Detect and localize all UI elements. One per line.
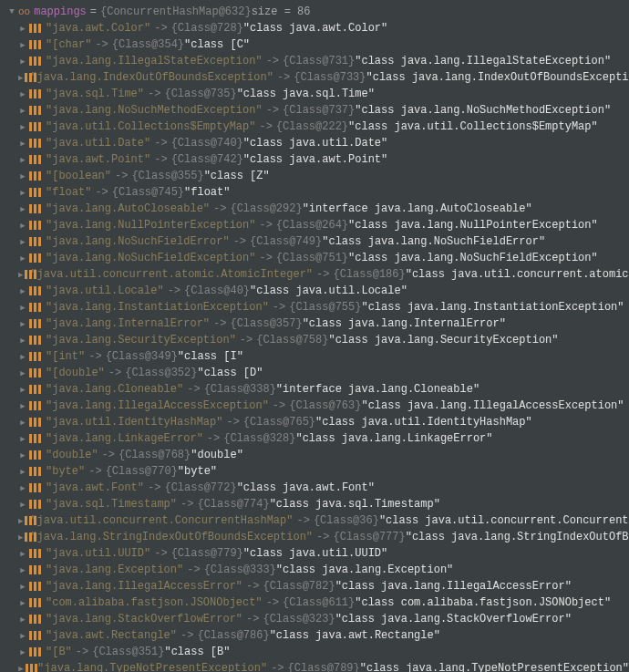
map-entry-row[interactable]: ▶"java.lang.IndexOutOfBoundsException" -…	[0, 69, 629, 86]
expand-right-icon[interactable]: ▶	[18, 237, 27, 247]
entry-value: "class java.lang.InternalError"	[303, 317, 506, 330]
expand-right-icon[interactable]: ▶	[18, 418, 27, 428]
expand-right-icon[interactable]: ▶	[18, 221, 27, 231]
map-entry-row[interactable]: ▶"java.lang.InternalError" -> {Class@357…	[0, 315, 629, 332]
expand-right-icon[interactable]: ▶	[18, 385, 27, 395]
entry-value: "class [Z"	[204, 170, 270, 182]
expand-right-icon[interactable]: ▶	[18, 106, 27, 116]
expand-right-icon[interactable]: ▶	[18, 204, 27, 214]
expand-right-icon[interactable]: ▶	[18, 664, 24, 673]
map-entry-row[interactable]: ▶"java.lang.NullPointerException" -> {Cl…	[0, 217, 629, 233]
map-entry-row[interactable]: ▶"[int" -> {Class@349} "class [I"	[0, 348, 629, 365]
map-entry-row[interactable]: ▶"java.util.Locale" -> {Class@40} "class…	[0, 283, 629, 299]
map-entry-row[interactable]: ▶"float" -> {Class@745} "float"	[0, 184, 629, 201]
expand-right-icon[interactable]: ▶	[18, 188, 27, 198]
expand-right-icon[interactable]: ▶	[18, 89, 27, 99]
map-entry-row[interactable]: ▶"java.lang.StringIndexOutOfBoundsExcept…	[0, 529, 629, 545]
expand-right-icon[interactable]: ▶	[18, 155, 27, 165]
map-entry-row[interactable]: ▶"java.sql.Timestamp" -> {Class@774} "cl…	[0, 496, 629, 512]
map-entry-row[interactable]: ▶"java.lang.IllegalStateException" -> {C…	[0, 53, 629, 69]
map-entry-row[interactable]: ▶"[char" -> {Class@354} "class [C"	[0, 36, 629, 53]
map-entry-row[interactable]: ▶"java.util.concurrent.ConcurrentHashMap…	[0, 512, 629, 529]
expand-right-icon[interactable]: ▶	[18, 565, 27, 575]
expand-right-icon[interactable]: ▶	[18, 352, 27, 362]
map-entry-row[interactable]: ▶"java.lang.AutoCloseable" -> {Class@292…	[0, 201, 629, 217]
map-entry-row[interactable]: ▶"java.awt.Font" -> {Class@772} "class j…	[0, 480, 629, 496]
expand-right-icon[interactable]: ▶	[18, 500, 27, 510]
map-entry-row[interactable]: ▶"[boolean" -> {Class@355} "class [Z"	[0, 168, 629, 184]
expand-right-icon[interactable]: ▶	[18, 24, 27, 34]
expand-right-icon[interactable]: ▶	[18, 336, 27, 346]
entry-class-ref: {Class@758}	[256, 334, 328, 346]
entry-value: "class java.awt.Point"	[243, 153, 387, 166]
expand-down-icon[interactable]: ▼	[7, 7, 16, 16]
expand-right-icon[interactable]: ▶	[18, 139, 27, 149]
map-arrow: ->	[316, 268, 329, 281]
expand-right-icon[interactable]: ▶	[18, 532, 23, 543]
map-entry-row[interactable]: ▶"double" -> {Class@768} "double"	[0, 447, 629, 463]
map-entry-row[interactable]: ▶"java.lang.IllegalAccessException" -> {…	[0, 398, 629, 414]
map-entry-row[interactable]: ▶"java.lang.NoSuchFieldException" -> {Cl…	[0, 250, 629, 266]
expand-right-icon[interactable]: ▶	[18, 516, 23, 526]
entry-key: "java.lang.NullPointerException"	[46, 219, 255, 232]
expand-right-icon[interactable]: ▶	[18, 615, 27, 625]
entry-class-ref: {Class@763}	[289, 399, 361, 412]
expand-right-icon[interactable]: ▶	[18, 122, 27, 132]
map-entry-row[interactable]: ▶"[B" -> {Class@351} "class [B"	[0, 644, 629, 660]
map-entry-row[interactable]: ▶"java.lang.NoSuchMethodException" -> {C…	[0, 102, 629, 119]
map-arrow: ->	[168, 284, 180, 297]
expand-right-icon[interactable]: ▶	[18, 319, 27, 329]
expand-right-icon[interactable]: ▶	[18, 401, 27, 411]
expand-right-icon[interactable]: ▶	[18, 467, 27, 477]
expand-right-icon[interactable]: ▶	[18, 631, 27, 641]
map-entry-row[interactable]: ▶"java.lang.NoSuchFieldError" -> {Class@…	[0, 233, 629, 250]
expand-right-icon[interactable]: ▶	[18, 434, 27, 444]
map-entry-row[interactable]: ▶"java.lang.StackOverflowError" -> {Clas…	[0, 611, 629, 627]
map-entry-row[interactable]: ▶"java.lang.IllegalAccessError" -> {Clas…	[0, 578, 629, 594]
map-entry-row[interactable]: ▶"byte" -> {Class@770} "byte"	[0, 463, 629, 480]
map-entry-row[interactable]: ▶"java.awt.Color" -> {Class@728} "class …	[0, 20, 629, 36]
expand-right-icon[interactable]: ▶	[18, 253, 27, 264]
map-entry-row[interactable]: ▶"java.lang.LinkageError" -> {Class@328}…	[0, 430, 629, 447]
map-arrow: ->	[273, 301, 285, 314]
entry-class-ref: {Class@786}	[197, 629, 269, 642]
map-entry-row[interactable]: ▶"java.awt.Point" -> {Class@742} "class …	[0, 151, 629, 168]
expand-right-icon[interactable]: ▶	[18, 368, 27, 378]
entry-value: "class [C"	[184, 38, 250, 51]
map-entry-row[interactable]: ▶"java.lang.Cloneable" -> {Class@338} "i…	[0, 381, 629, 398]
expand-right-icon[interactable]: ▶	[18, 598, 27, 608]
expand-right-icon[interactable]: ▶	[18, 582, 27, 592]
map-entry-row[interactable]: ▶"java.util.Date" -> {Class@740} "class …	[0, 135, 629, 151]
expand-right-icon[interactable]: ▶	[18, 450, 27, 460]
entry-value: "class java.lang.NoSuchFieldException"	[348, 252, 598, 264]
map-entry-row[interactable]: ▶"java.lang.SecurityException" -> {Class…	[0, 332, 629, 348]
expand-right-icon[interactable]: ▶	[18, 549, 27, 559]
root-variable-row[interactable]: ▼ oo mappings = {ConcurrentHashMap@632} …	[0, 4, 629, 20]
expand-right-icon[interactable]: ▶	[18, 171, 27, 181]
map-entry-row[interactable]: ▶"java.lang.InstantiationException" -> {…	[0, 299, 629, 315]
map-entry-row[interactable]: ▶"java.util.Collections$EmptyMap" -> {Cl…	[0, 119, 629, 135]
expand-right-icon[interactable]: ▶	[18, 483, 27, 493]
expand-right-icon[interactable]: ▶	[18, 270, 23, 280]
entry-value: "class java.lang.NoSuchMethodException"	[355, 104, 611, 117]
entry-value: "class [B"	[164, 646, 230, 658]
expand-right-icon[interactable]: ▶	[18, 647, 27, 657]
expand-right-icon[interactable]: ▶	[18, 286, 27, 296]
expand-right-icon[interactable]: ▶	[18, 303, 27, 313]
entry-key: "java.lang.NoSuchFieldException"	[46, 252, 255, 264]
entry-value: "class java.lang.StackOverflowError"	[335, 613, 572, 625]
map-entry-row[interactable]: ▶"[double" -> {Class@352} "class [D"	[0, 365, 629, 381]
expand-right-icon[interactable]: ▶	[18, 73, 23, 83]
map-entry-row[interactable]: ▶"java.awt.Rectangle" -> {Class@786} "cl…	[0, 627, 629, 644]
map-entry-row[interactable]: ▶"java.util.concurrent.atomic.AtomicInte…	[0, 266, 629, 283]
map-entry-row[interactable]: ▶"java.util.IdentityHashMap" -> {Class@7…	[0, 414, 629, 430]
map-entry-row[interactable]: ▶"java.lang.TypeNotPresentException" -> …	[0, 660, 629, 672]
expand-right-icon[interactable]: ▶	[18, 40, 27, 50]
map-arrow: ->	[76, 646, 88, 658]
map-entry-row[interactable]: ▶"java.sql.Time" -> {Class@735} "class j…	[0, 86, 629, 102]
map-entry-row[interactable]: ▶"java.lang.Exception" -> {Class@333} "c…	[0, 562, 629, 578]
expand-right-icon[interactable]: ▶	[18, 57, 27, 67]
map-entry-icon	[29, 24, 40, 33]
map-entry-row[interactable]: ▶"java.util.UUID" -> {Class@779} "class …	[0, 545, 629, 562]
map-entry-row[interactable]: ▶"com.alibaba.fastjson.JSONObject" -> {C…	[0, 594, 629, 611]
